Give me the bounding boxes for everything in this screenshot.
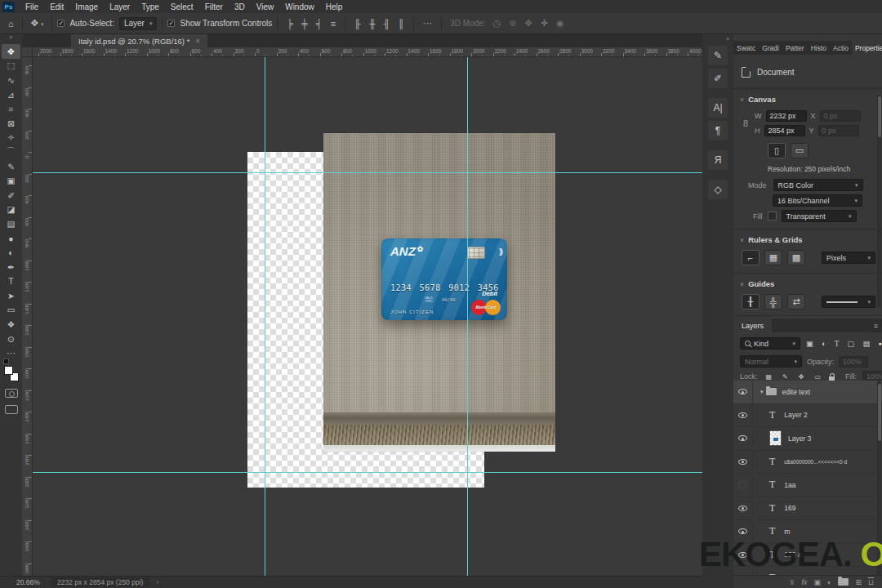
lock-position-icon[interactable]: ✥ [796, 373, 807, 381]
grid-toggle-icon[interactable]: ▦ [764, 250, 782, 265]
eyedropper-tool-icon[interactable]: ✧ [2, 131, 20, 145]
lock-guides-icon[interactable]: ╬ [764, 294, 782, 310]
glyphs-panel-icon[interactable]: Я [708, 150, 728, 170]
eye-icon[interactable] [738, 506, 747, 511]
home-icon[interactable]: ⌂ [5, 19, 17, 29]
move-tool-icon[interactable]: ✥ [2, 44, 20, 59]
default-colors-icon[interactable] [3, 359, 9, 364]
layers-panel-menu-icon[interactable]: ≡ [870, 318, 882, 332]
filter-shape-layers-icon[interactable]: ▢ [845, 339, 858, 348]
link-layers-icon[interactable]: ∞ [788, 579, 796, 584]
panel-tab-histo[interactable]: Histo [808, 41, 830, 55]
vertical-guide[interactable] [265, 47, 265, 576]
target-layer-dropdown[interactable]: Layer▾ [119, 17, 158, 30]
fill-dropdown[interactable]: Transparent▾ [782, 210, 857, 222]
visibility-cell[interactable] [733, 404, 753, 427]
show-transform-checkbox[interactable]: ✓ Show Transform Controls [167, 19, 272, 28]
visibility-cell[interactable] [733, 451, 753, 474]
layer-thumbnail[interactable] [769, 430, 782, 446]
align-center-icon[interactable]: ╪ [297, 19, 312, 29]
eye-icon[interactable] [738, 459, 747, 465]
dodge-tool-icon[interactable]: ◐ [2, 245, 20, 260]
rulers-grids-section-header[interactable]: ∨Rulers & Grids [740, 235, 803, 244]
eye-hidden-icon[interactable] [738, 481, 747, 488]
vertical-guide[interactable] [467, 47, 468, 576]
visibility-cell[interactable] [733, 427, 753, 450]
ruler-toggle-icon[interactable]: ⌐ [742, 250, 760, 265]
panel-tab-actio[interactable]: Actio [830, 41, 852, 55]
menu-item-view[interactable]: View [251, 0, 280, 13]
brushes-panel-icon[interactable]: ✎ [708, 46, 728, 65]
filter-smart-objects-icon[interactable]: ▤ [861, 339, 873, 348]
lock-artboard-icon[interactable]: ▭ [812, 373, 823, 381]
zoom-tool-icon[interactable]: ⊙ [2, 332, 20, 346]
auto-select-checkbox[interactable]: ✓ Auto-Select: [57, 19, 114, 28]
shape-tool-icon[interactable]: ▭ [2, 303, 20, 318]
eye-icon[interactable] [738, 435, 747, 441]
align-middle-icon[interactable]: ≡ [327, 19, 340, 29]
panel-strip-expand-icon[interactable]: » [726, 36, 729, 42]
menu-item-select[interactable]: Select [165, 0, 199, 13]
3d-panel-icon[interactable]: ◇ [708, 180, 728, 199]
close-tab-icon[interactable]: × [195, 37, 199, 45]
zoom-level[interactable]: 20.66% [16, 578, 51, 586]
filter-adjustment-layers-icon[interactable]: ◐ [819, 339, 829, 348]
pixel-grid-toggle-icon[interactable]: ▩ [787, 250, 805, 265]
layer-row-3[interactable]: Layer 3 [733, 427, 882, 451]
align-left-icon[interactable]: ╞ [283, 19, 297, 29]
menu-item-image[interactable]: Image [69, 0, 104, 13]
visibility-cell[interactable] [733, 381, 753, 403]
rectangular-marquee-tool-icon[interactable]: ⬚ [2, 59, 20, 74]
lock-all-icon[interactable] [829, 376, 835, 381]
distribute-spacing-icon[interactable]: ║ [394, 19, 409, 29]
constrain-link-icon[interactable]: 8 [743, 118, 748, 128]
move-tool-preset-icon[interactable]: ✥ ▾ [28, 18, 47, 29]
bank-card[interactable]: ANZ ✿ ))) 1234 5678 9012 3456 VALID THRU… [381, 238, 507, 320]
menu-item-3d[interactable]: 3D [229, 0, 251, 13]
lock-pixels-icon[interactable]: ✎ [780, 373, 791, 381]
foreground-color-swatch[interactable] [4, 366, 13, 375]
gradient-tool-icon[interactable]: ▤ [2, 216, 20, 231]
width-field[interactable]: 2232 px [766, 110, 807, 122]
distribute-left-icon[interactable]: ╟ [350, 19, 365, 29]
object-selection-tool-icon[interactable]: ⊿ [2, 87, 20, 102]
guides-toggle-icon[interactable]: ╂ [742, 294, 760, 310]
visibility-cell[interactable] [733, 474, 753, 497]
bit-depth-dropdown[interactable]: 16 Bits/Channel▾ [773, 194, 862, 207]
horizontal-guide[interactable] [22, 472, 702, 473]
guides-section-header[interactable]: ∨Guides [740, 279, 774, 288]
new-layer-icon[interactable]: ⊞ [855, 578, 862, 586]
delete-layer-icon[interactable]: ⊔ [868, 578, 874, 586]
menu-item-window[interactable]: Window [279, 0, 320, 13]
panel-tab-properties[interactable]: Properties [852, 41, 882, 55]
filter-pixel-layers-icon[interactable]: ▣ [804, 339, 816, 348]
eraser-tool-icon[interactable]: ◪ [2, 203, 20, 217]
eye-icon[interactable] [738, 389, 747, 394]
canvas-area[interactable]: ANZ ✿ ))) 1234 5678 9012 3456 VALID THRU… [33, 57, 702, 576]
document-tab[interactable]: Italy id.psd @ 20.7% (RGB/16) * × [71, 34, 207, 47]
landscape-orientation-button[interactable]: ▭ [791, 143, 808, 158]
add-mask-icon[interactable]: ▣ [813, 578, 821, 586]
screen-mode-icon[interactable] [5, 405, 18, 414]
crop-tool-icon[interactable]: ⌗ [2, 101, 20, 116]
height-field[interactable]: 2854 px [764, 125, 805, 136]
hand-tool-icon[interactable]: ❖ [2, 317, 20, 332]
type-tool-icon[interactable]: T [2, 274, 20, 289]
ruler-units-dropdown[interactable]: Pixels▾ [822, 252, 875, 264]
layer-effects-icon[interactable]: fx [801, 578, 807, 586]
canvas-section-header[interactable]: ∨Canvas [740, 95, 776, 104]
layer-filter-kind-dropdown[interactable]: Kind ▾ [740, 337, 800, 350]
color-swatches[interactable] [3, 363, 20, 381]
menu-item-filter[interactable]: Filter [199, 0, 229, 13]
horizontal-guide[interactable] [22, 172, 702, 173]
brush-settings-panel-icon[interactable]: ✐ [708, 69, 728, 88]
expand-caret-icon[interactable]: ▾ [760, 389, 764, 395]
eye-icon[interactable] [738, 412, 747, 418]
panel-tab-gradi[interactable]: Gradi [759, 41, 782, 55]
quick-mask-icon[interactable] [5, 389, 18, 398]
frame-tool-icon[interactable]: ⊠ [2, 116, 20, 131]
clear-guides-icon[interactable]: ⇄ [787, 294, 805, 310]
horizontal-ruler[interactable]: 2000180016001400120010008006004002000200… [33, 47, 702, 57]
lasso-tool-icon[interactable]: ∿ [2, 73, 20, 87]
portrait-orientation-button[interactable]: ▯ [768, 143, 786, 158]
